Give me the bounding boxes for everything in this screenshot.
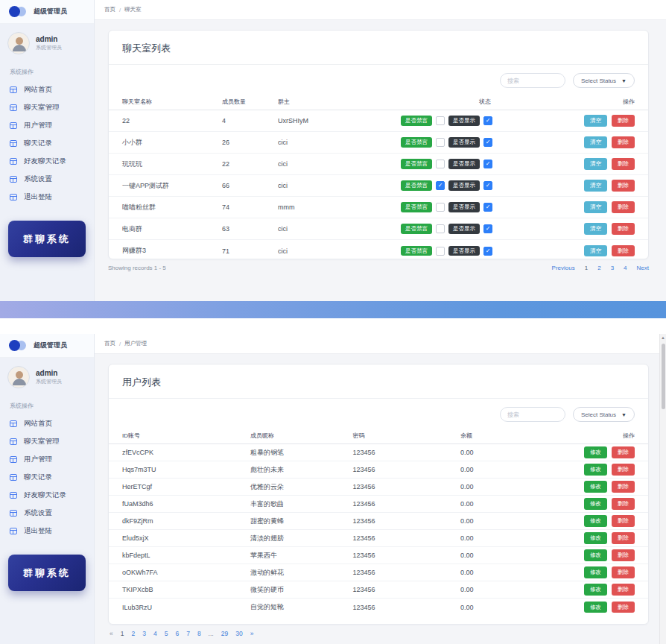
show-checkbox[interactable] xyxy=(483,138,492,147)
clear-button[interactable]: 清空 xyxy=(584,115,607,127)
window-icon xyxy=(10,474,17,481)
sidebar-item-chatroom-mgmt[interactable]: 聊天室管理 xyxy=(0,432,94,450)
sidebar-item-chatroom-mgmt[interactable]: 聊天室管理 xyxy=(0,98,94,116)
clear-button[interactable]: 清空 xyxy=(584,180,607,192)
scrollbar-thumb[interactable] xyxy=(662,344,665,409)
delete-button[interactable]: 删除 xyxy=(612,180,635,192)
show-checkbox[interactable] xyxy=(483,160,492,168)
page-2[interactable]: 2 xyxy=(597,265,600,271)
clear-button[interactable]: 清空 xyxy=(584,136,607,148)
page-previous[interactable]: Previous xyxy=(552,265,575,271)
page-last[interactable]: » xyxy=(250,630,254,637)
page-3[interactable]: 3 xyxy=(142,630,146,637)
scrollbar[interactable]: ▲ xyxy=(659,334,666,644)
sidebar-item-chat-records[interactable]: 聊天记录 xyxy=(0,468,94,486)
status-filter-select[interactable]: Select Status ▼ xyxy=(573,73,635,88)
sidebar-item-home[interactable]: 网站首页 xyxy=(0,80,94,98)
edit-button[interactable]: 修改 xyxy=(584,549,607,561)
delete-button[interactable]: 删除 xyxy=(612,158,635,170)
edit-button[interactable]: 修改 xyxy=(584,464,607,476)
room-name: 22 xyxy=(122,117,222,124)
show-checkbox[interactable] xyxy=(483,181,492,190)
delete-button[interactable]: 删除 xyxy=(612,115,635,127)
scroll-up-icon[interactable]: ▲ xyxy=(660,335,666,340)
breadcrumb-home[interactable]: 首页 xyxy=(104,6,115,13)
status-filter-select[interactable]: Select Status ▼ xyxy=(573,407,635,422)
delete-button[interactable]: 删除 xyxy=(612,498,635,510)
page-3[interactable]: 3 xyxy=(611,265,614,271)
breadcrumb-home[interactable]: 首页 xyxy=(104,340,115,347)
sidebar-item-settings[interactable]: 系统设置 xyxy=(0,170,94,188)
mute-checkbox[interactable] xyxy=(436,203,445,212)
delete-button[interactable]: 删除 xyxy=(612,201,635,213)
page-5[interactable]: 5 xyxy=(165,630,168,637)
page-29[interactable]: 29 xyxy=(221,630,228,637)
edit-button[interactable]: 修改 xyxy=(584,532,607,544)
mute-checkbox[interactable] xyxy=(436,181,445,190)
show-checkbox[interactable] xyxy=(483,224,492,233)
edit-button[interactable]: 修改 xyxy=(584,584,607,596)
mute-checkbox[interactable] xyxy=(436,224,445,233)
app-logo-icon xyxy=(9,6,27,17)
edit-button[interactable]: 修改 xyxy=(584,481,607,493)
sidebar-item-settings[interactable]: 系统设置 xyxy=(0,504,94,522)
sidebar-item-logout[interactable]: 退出登陆 xyxy=(0,188,94,206)
delete-button[interactable]: 删除 xyxy=(612,223,635,235)
mute-checkbox[interactable] xyxy=(436,160,445,168)
search-input[interactable] xyxy=(500,407,565,422)
edit-button[interactable]: 修改 xyxy=(584,498,607,510)
page-4[interactable]: 4 xyxy=(153,630,157,637)
sidebar-item-logout[interactable]: 退出登陆 xyxy=(0,522,94,540)
show-checkbox[interactable] xyxy=(483,203,492,212)
sidebar-item-chat-records[interactable]: 聊天记录 xyxy=(0,134,94,152)
show-checkbox[interactable] xyxy=(483,116,492,125)
show-badge: 是否显示 xyxy=(448,159,480,169)
page-30[interactable]: 30 xyxy=(235,630,242,637)
page-first[interactable]: « xyxy=(110,630,113,637)
clear-button[interactable]: 清空 xyxy=(584,245,607,257)
page-4[interactable]: 4 xyxy=(624,265,627,271)
delete-button[interactable]: 删除 xyxy=(612,245,635,257)
mute-checkbox[interactable] xyxy=(436,247,445,256)
sidebar-item-friend-chat-records[interactable]: 好友聊天记录 xyxy=(0,152,94,170)
sidebar-item-home[interactable]: 网站首页 xyxy=(0,414,94,432)
delete-button[interactable]: 删除 xyxy=(612,532,635,544)
page-1[interactable]: 1 xyxy=(121,630,124,637)
edit-button[interactable]: 修改 xyxy=(584,602,607,613)
mute-badge: 是否禁言 xyxy=(401,246,432,256)
delete-button[interactable]: 删除 xyxy=(612,602,635,613)
edit-button[interactable]: 修改 xyxy=(584,566,607,578)
window-icon xyxy=(10,86,17,93)
delete-button[interactable]: 删除 xyxy=(612,481,635,493)
page-7[interactable]: 7 xyxy=(186,630,190,637)
delete-button[interactable]: 删除 xyxy=(612,549,635,561)
clear-button[interactable]: 清空 xyxy=(584,158,607,170)
page-2[interactable]: 2 xyxy=(131,630,135,637)
delete-button[interactable]: 删除 xyxy=(612,136,635,148)
room-name: 喵喵粉丝群 xyxy=(122,203,222,212)
sidebar-item-user-mgmt[interactable]: 用户管理 xyxy=(0,116,94,134)
user-id: zfEVcCPK xyxy=(122,449,250,456)
page-8[interactable]: 8 xyxy=(197,630,201,637)
page-1[interactable]: 1 xyxy=(585,265,588,271)
mute-checkbox[interactable] xyxy=(436,116,445,125)
delete-button[interactable]: 删除 xyxy=(612,566,635,578)
edit-button[interactable]: 修改 xyxy=(584,446,607,458)
delete-button[interactable]: 删除 xyxy=(612,446,635,458)
clear-button[interactable]: 清空 xyxy=(584,223,607,235)
sidebar-item-user-mgmt[interactable]: 用户管理 xyxy=(0,450,94,468)
user-password: 123456 xyxy=(353,517,460,525)
table-row: 网赚群3 71 cici 是否禁言 是否显示 清空删除 xyxy=(109,240,648,262)
mute-checkbox[interactable] xyxy=(436,138,445,147)
sidebar-section-label: 系统操作 xyxy=(10,68,94,76)
sidebar-item-friend-chat-records[interactable]: 好友聊天记录 xyxy=(0,486,94,504)
page-6[interactable]: 6 xyxy=(175,630,179,637)
search-input[interactable] xyxy=(500,73,565,88)
clear-button[interactable]: 清空 xyxy=(584,201,607,213)
show-checkbox[interactable] xyxy=(483,247,492,256)
delete-button[interactable]: 删除 xyxy=(612,464,635,476)
delete-button[interactable]: 删除 xyxy=(612,515,635,527)
delete-button[interactable]: 删除 xyxy=(612,584,635,596)
edit-button[interactable]: 修改 xyxy=(584,515,607,527)
page-next[interactable]: Next xyxy=(637,265,649,271)
